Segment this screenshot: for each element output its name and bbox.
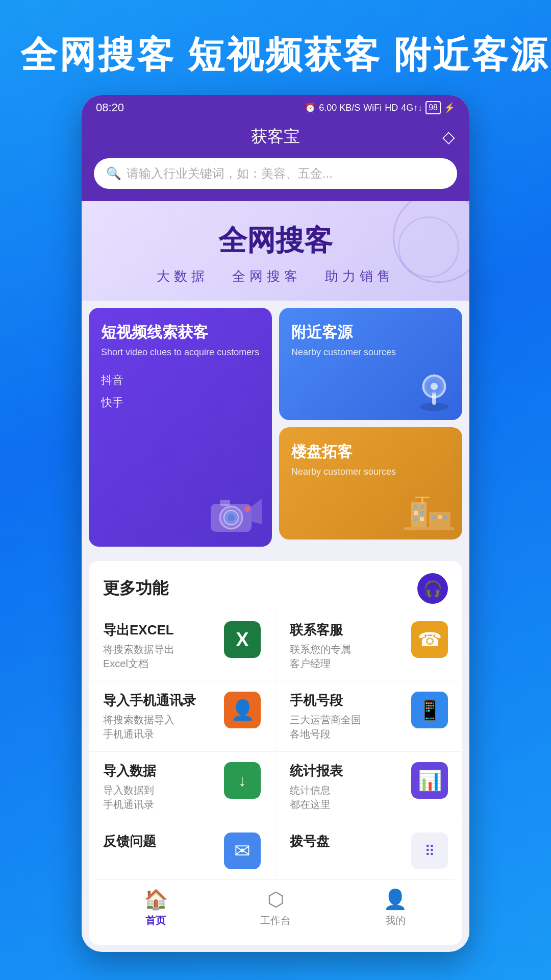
- func-text-feedback: 反馈问题: [103, 832, 216, 853]
- func-desc-excel: 将搜索数据导出Excel文档: [103, 642, 216, 671]
- func-name-chart: 统计报表: [290, 762, 403, 780]
- svg-rect-18: [420, 511, 424, 515]
- nav-icon-home: 🏠: [144, 888, 168, 911]
- svg-rect-4: [220, 500, 230, 506]
- svg-rect-16: [420, 505, 424, 509]
- diamond-icon[interactable]: ◇: [442, 127, 455, 146]
- func-name-feedback: 反馈问题: [103, 832, 216, 850]
- func-desc-import: 导入数据到手机通讯录: [103, 783, 216, 812]
- building-card[interactable]: 楼盘拓客 Nearby customer sources: [279, 427, 462, 540]
- nav-item-profile[interactable]: 👤 我的: [335, 888, 455, 927]
- svg-marker-6: [252, 499, 262, 524]
- svg-point-3: [228, 514, 235, 521]
- search-section: 🔍 请输入行业关键词，如：美容、五金...: [82, 158, 469, 201]
- hero-headline: 全网搜客 短视频获客 附近客源: [0, 0, 551, 95]
- func-icon-phone: 📱: [411, 692, 448, 728]
- func-name-contacts: 导入手机通讯录: [103, 692, 216, 709]
- status-signal: 4G↑↓: [401, 103, 422, 113]
- status-speed: 6.00 KB/S: [319, 103, 360, 113]
- func-item-contacts[interactable]: 导入手机通讯录 将搜索数据导入手机通讯录 👤: [89, 681, 276, 752]
- nearby-card[interactable]: 附近客源 Nearby customer sources: [279, 308, 462, 420]
- svg-rect-20: [420, 517, 424, 521]
- svg-rect-24: [443, 515, 447, 519]
- svg-rect-13: [404, 527, 455, 530]
- nav-icon-workspace: ⬡: [267, 888, 284, 911]
- func-item-dial[interactable]: 拨号盘 ⠿: [276, 822, 462, 879]
- func-name-import: 导入数据: [103, 762, 216, 780]
- video-card[interactable]: 短视频线索获客 Short video clues to acquire cus…: [89, 308, 272, 547]
- func-name-excel: 导出EXCEL: [103, 621, 216, 639]
- status-time: 08:20: [96, 101, 124, 114]
- func-desc-contacts: 将搜索数据导入手机通讯录: [103, 713, 216, 741]
- status-wifi: WiFi: [363, 103, 382, 113]
- status-hd: HD: [385, 103, 398, 113]
- headset-button[interactable]: 🎧: [417, 573, 448, 604]
- nearby-card-subtitle: Nearby customer sources: [291, 346, 450, 359]
- main-content: 全网搜客 大数据 全网搜客 助力销售 短视频线索获客 Short video c…: [82, 201, 469, 945]
- svg-rect-26: [415, 497, 430, 498]
- building-card-title: 楼盘拓客: [291, 442, 450, 461]
- nav-label-workspace: 工作台: [260, 914, 291, 927]
- func-name-service: 联系客服: [290, 621, 403, 639]
- nav-label-home: 首页: [145, 914, 166, 927]
- func-text-chart: 统计报表 统计信息都在这里: [290, 762, 403, 812]
- function-grid: 导出EXCEL 将搜索数据导出Excel文档 X 联系客服 联系您的专属客户经理…: [89, 611, 462, 879]
- status-bar: 08:20 ⏰ 6.00 KB/S WiFi HD 4G↑↓ 98 ⚡: [82, 95, 469, 120]
- status-battery: 98: [425, 101, 441, 114]
- nav-label-profile: 我的: [385, 914, 406, 927]
- nearby-card-title: 附近客源: [291, 322, 450, 342]
- search-bar[interactable]: 🔍 请输入行业关键词，如：美容、五金...: [94, 158, 457, 189]
- func-item-service[interactable]: 联系客服 联系您的专属客户经理 ☎: [276, 611, 462, 681]
- status-charge: ⚡: [444, 102, 455, 113]
- func-name-dial: 拨号盘: [290, 832, 403, 850]
- func-text-contacts: 导入手机通讯录 将搜索数据导入手机通讯录: [103, 692, 216, 741]
- svg-rect-14: [411, 502, 427, 527]
- svg-rect-23: [438, 515, 442, 519]
- svg-rect-17: [414, 511, 418, 515]
- func-text-phone: 手机号段 三大运营商全国各地号段: [290, 692, 403, 741]
- video-card-title: 短视频线索获客: [101, 322, 260, 342]
- app-title: 获客宝: [251, 126, 300, 148]
- status-alarm: ⏰: [305, 102, 316, 113]
- nav-icon-profile: 👤: [383, 888, 407, 911]
- search-input[interactable]: 请输入行业关键词，如：美容、五金...: [127, 165, 333, 182]
- video-card-tags: 抖音快手: [101, 369, 260, 414]
- func-item-excel[interactable]: 导出EXCEL 将搜索数据导出Excel文档 X: [89, 611, 276, 681]
- video-card-subtitle: Short video clues to acquire customers: [101, 346, 260, 359]
- func-desc-phone: 三大运营商全国各地号段: [290, 713, 403, 741]
- nearby-illustration: [411, 367, 457, 415]
- func-icon-excel: X: [224, 621, 261, 658]
- nav-item-home[interactable]: 🏠 首页: [96, 888, 216, 927]
- building-card-subtitle: Nearby customer sources: [291, 465, 450, 478]
- func-icon-contacts: 👤: [224, 692, 261, 728]
- bottom-nav: 🏠 首页 ⬡ 工作台 👤 我的: [96, 879, 455, 940]
- more-section: 更多功能 🎧 导出EXCEL 将搜索数据导出Excel文档 X 联系客服 联: [89, 561, 462, 945]
- func-icon-feedback: ✉: [224, 832, 261, 869]
- func-text-dial: 拨号盘: [290, 832, 403, 853]
- banner-card[interactable]: 全网搜客 大数据 全网搜客 助力销售: [82, 201, 469, 301]
- svg-point-11: [431, 383, 438, 390]
- func-text-service: 联系客服 联系您的专属客户经理: [290, 621, 403, 671]
- video-illustration: [206, 488, 267, 542]
- func-icon-chart: 📊: [411, 762, 448, 799]
- func-item-feedback[interactable]: 反馈问题 ✉: [89, 822, 276, 879]
- func-item-chart[interactable]: 统计报表 统计信息都在这里 📊: [276, 752, 462, 822]
- func-desc-service: 联系您的专属客户经理: [290, 642, 403, 671]
- feature-cards-grid: 短视频线索获客 Short video clues to acquire cus…: [82, 301, 469, 554]
- banner-decoration-circle2: [398, 216, 459, 278]
- status-right: ⏰ 6.00 KB/S WiFi HD 4G↑↓ 98 ⚡: [305, 101, 455, 114]
- phone-mockup: 08:20 ⏰ 6.00 KB/S WiFi HD 4G↑↓ 98 ⚡ 获客宝 …: [82, 95, 469, 952]
- func-name-phone: 手机号段: [290, 692, 403, 709]
- svg-point-5: [244, 506, 251, 512]
- func-item-phone[interactable]: 手机号段 三大运营商全国各地号段 📱: [276, 681, 462, 752]
- building-illustration: [401, 492, 457, 534]
- app-header: 获客宝 ◇: [82, 120, 469, 158]
- banner-subtitle: 大数据 全网搜客 助力销售: [102, 267, 449, 285]
- func-icon-import: ↓: [224, 762, 261, 799]
- nav-item-workspace[interactable]: ⬡ 工作台: [216, 888, 336, 927]
- func-item-import[interactable]: 导入数据 导入数据到手机通讯录 ↓: [89, 752, 276, 822]
- more-header: 更多功能 🎧: [89, 561, 462, 611]
- func-text-import: 导入数据 导入数据到手机通讯录: [103, 762, 216, 812]
- func-text-excel: 导出EXCEL 将搜索数据导出Excel文档: [103, 621, 216, 671]
- func-icon-service: ☎: [411, 621, 448, 658]
